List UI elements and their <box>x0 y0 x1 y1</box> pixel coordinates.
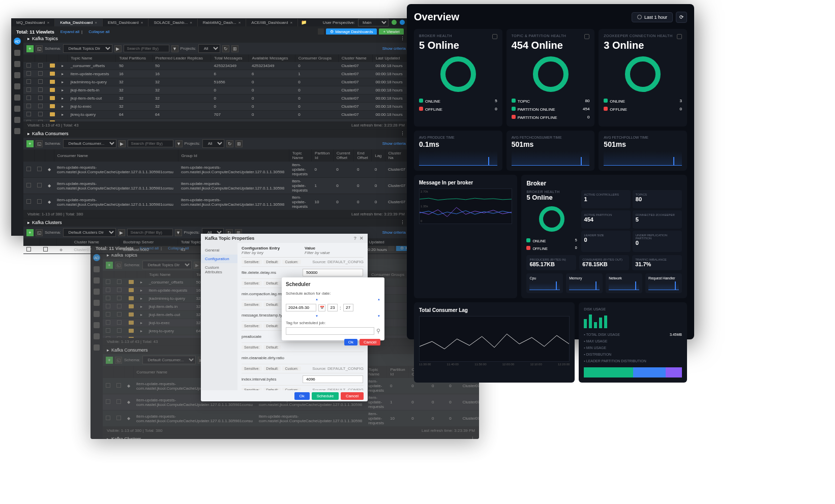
add-button[interactable]: + <box>106 262 113 269</box>
date-input[interactable] <box>286 304 316 311</box>
row-checkbox[interactable] <box>26 167 31 171</box>
column-header[interactable]: Lag <box>372 149 385 162</box>
column-header[interactable]: Topic Name <box>68 54 116 62</box>
close-tab-icon[interactable]: × <box>190 20 192 25</box>
row-checkbox[interactable] <box>106 399 110 404</box>
add-button[interactable]: + <box>106 357 113 364</box>
row-checkbox[interactable] <box>106 416 110 420</box>
column-header[interactable]: Bootstrap Server <box>120 238 178 246</box>
row-checkbox[interactable] <box>26 79 31 84</box>
tool-icon[interactable]: ◱ <box>115 357 122 364</box>
column-header[interactable]: Current Offset <box>333 149 354 162</box>
user-avatar[interactable]: AD <box>14 38 21 45</box>
sidebar-icon[interactable] <box>14 128 20 134</box>
row-checkbox[interactable] <box>106 383 110 388</box>
column-header[interactable]: End Offset <box>354 149 372 162</box>
sidebar-icon[interactable] <box>94 322 100 328</box>
tag-input[interactable] <box>286 327 374 335</box>
time-range-picker[interactable]: Last 1 hour <box>632 12 673 22</box>
sidebar-icon[interactable] <box>14 117 20 123</box>
row-checkbox[interactable] <box>106 336 110 338</box>
section-menu-icon[interactable]: ⋮ <box>400 131 405 136</box>
row-checkbox[interactable] <box>106 328 110 333</box>
play-icon[interactable]: ▶ <box>118 229 125 236</box>
sidebar-icon[interactable] <box>94 300 100 306</box>
cancel-button[interactable]: Cancel <box>341 392 364 400</box>
schema-select[interactable]: Default Consumer... <box>63 139 116 148</box>
table-row[interactable]: ◆item-update-requests-com.nastel.jkool.C… <box>23 194 409 210</box>
column-header[interactable] <box>137 271 146 278</box>
row-checkbox[interactable] <box>106 304 110 308</box>
close-icon[interactable]: ✕ <box>360 236 364 241</box>
add-button[interactable]: + <box>26 229 34 236</box>
filter-icon[interactable]: ▼ <box>175 140 183 147</box>
row-checkbox[interactable] <box>26 247 31 251</box>
play-icon[interactable]: ▶ <box>118 140 126 147</box>
row-checkbox[interactable] <box>106 279 110 284</box>
row-checkbox[interactable] <box>26 104 31 108</box>
schedule-button[interactable]: Schedule <box>312 392 339 400</box>
row-checkbox[interactable] <box>106 288 110 292</box>
hour-input[interactable] <box>327 304 338 311</box>
schema-select[interactable]: Default Clusters Dir <box>63 228 116 237</box>
row-checkbox[interactable] <box>26 63 31 68</box>
tool-icon[interactable]: ⊞ <box>235 140 243 147</box>
section-menu-icon[interactable]: ⋮ <box>400 220 405 225</box>
column-header[interactable]: Topic Name <box>146 271 193 278</box>
add-button[interactable]: + <box>26 45 34 52</box>
sidebar-icon[interactable] <box>94 289 100 295</box>
column-header[interactable]: Available Messages <box>249 54 295 62</box>
table-row[interactable]: ▸jkreq-to-sub-grid6464000Cluster0700:00:… <box>23 119 409 122</box>
nav-item[interactable]: Custom Attributes <box>201 263 237 276</box>
info-icon[interactable] <box>400 20 405 25</box>
search-input[interactable] <box>124 45 169 52</box>
sidebar-icon[interactable] <box>14 72 20 78</box>
sidebar-icon[interactable] <box>14 83 20 89</box>
sidebar-icon[interactable] <box>94 277 100 284</box>
expand-all-link[interactable]: Expand all <box>61 29 79 34</box>
section-menu-icon[interactable]: ⋮ <box>400 36 405 41</box>
tool-icon[interactable]: ◱ <box>36 140 43 147</box>
table-row[interactable]: ▸jkql-item-defs-out3232000Cluster0700:00… <box>23 94 409 103</box>
sidebar-icon[interactable] <box>14 61 20 67</box>
close-tab-icon[interactable]: × <box>47 20 49 25</box>
row-checkbox[interactable] <box>26 112 31 116</box>
expand-icon[interactable] <box>677 34 682 39</box>
play-icon[interactable]: ▶ <box>114 45 122 52</box>
column-header[interactable]: Partition Id <box>387 366 408 378</box>
column-header[interactable]: Group Id <box>178 149 289 162</box>
play-icon[interactable]: ▶ <box>194 262 201 269</box>
column-header[interactable] <box>126 271 137 278</box>
column-header[interactable] <box>35 54 47 62</box>
tool-icon[interactable]: ⊞ <box>231 45 238 52</box>
sidebar-icon[interactable] <box>94 266 100 272</box>
column-header[interactable]: Total Messages <box>211 54 249 62</box>
column-header[interactable] <box>47 54 59 62</box>
nav-item[interactable]: General <box>201 246 237 255</box>
row-checkbox[interactable] <box>26 71 31 76</box>
close-tab-icon[interactable]: × <box>290 20 292 25</box>
tool-icon[interactable]: ◱ <box>36 229 43 236</box>
table-row[interactable]: ▸_consumer_offsets5050425323434942532343… <box>23 62 409 70</box>
filter-icon[interactable]: ▼ <box>171 45 178 52</box>
sidebar-icon[interactable] <box>94 344 100 351</box>
tool-icon[interactable]: ◱ <box>115 262 122 269</box>
column-header[interactable] <box>114 271 125 278</box>
user-avatar[interactable]: AD <box>93 254 100 261</box>
dashboard-tab[interactable]: MQ_Dashboard× <box>11 19 55 26</box>
schema-select[interactable]: Default Topics Dir <box>142 261 192 269</box>
search-icon[interactable]: ⚲ <box>376 328 380 334</box>
show-criteria-link[interactable]: Show criteria <box>382 46 406 51</box>
show-criteria-link[interactable]: Show criteria <box>382 230 406 235</box>
help-icon[interactable]: ? <box>354 236 357 241</box>
table-row[interactable]: ◆item-update-requests-com.nastel.jkool.C… <box>23 178 409 194</box>
tool-icon[interactable]: ↻ <box>222 45 229 52</box>
dashboard-tab[interactable]: SOLACE_Dashb...× <box>148 19 197 26</box>
refresh-button[interactable]: ⟳ <box>676 12 687 23</box>
sidebar-icon[interactable] <box>94 311 100 317</box>
filter-key-input[interactable] <box>242 250 282 255</box>
column-header[interactable]: Topic Name <box>365 366 387 378</box>
calendar-icon[interactable]: 📅 <box>318 304 325 311</box>
column-header[interactable] <box>113 366 124 378</box>
expand-icon[interactable] <box>584 34 589 39</box>
